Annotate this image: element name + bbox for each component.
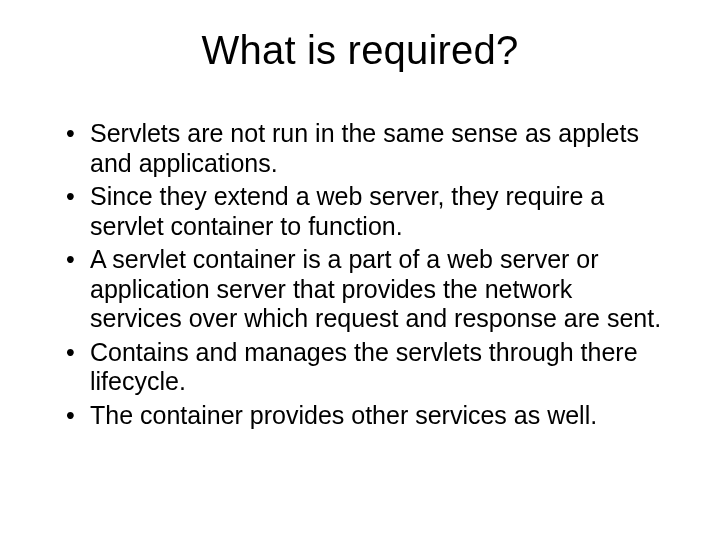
slide-title: What is required? [50,28,670,73]
list-item: Contains and manages the servlets throug… [90,338,662,397]
list-item: Since they extend a web server, they req… [90,182,662,241]
bullet-list: Servlets are not run in the same sense a… [50,119,670,430]
list-item: A servlet container is a part of a web s… [90,245,662,334]
list-item: The container provides other services as… [90,401,662,431]
slide: What is required? Servlets are not run i… [0,0,720,540]
list-item: Servlets are not run in the same sense a… [90,119,662,178]
